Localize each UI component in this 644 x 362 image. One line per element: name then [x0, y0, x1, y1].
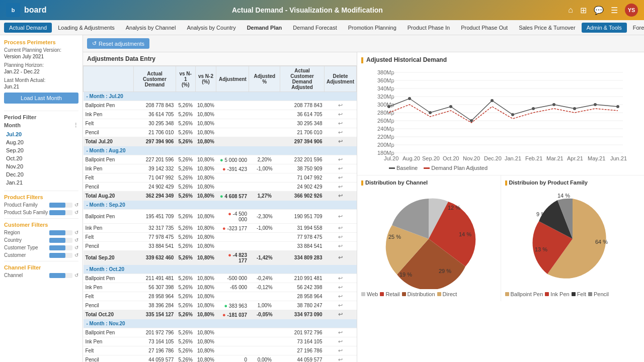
delete-button[interactable]: ↩ — [324, 110, 356, 119]
nav-loading-adjustments[interactable]: Loading & Adjustments — [53, 23, 120, 33]
grid-icon[interactable]: ⊞ — [580, 6, 587, 15]
adjustment-value[interactable]: 0 — [216, 355, 249, 363]
chat-icon[interactable]: 💬 — [594, 6, 604, 15]
adj-demand-value: 24 902 429 — [280, 183, 325, 192]
month-item-nov20[interactable]: Nov.20 — [4, 162, 78, 170]
delete-button[interactable]: ↩ — [324, 355, 356, 363]
total-delete[interactable]: ↩ — [324, 310, 356, 319]
delete-button[interactable]: ↩ — [324, 183, 356, 192]
adjustment-value[interactable]: ● -4 500 000 — [216, 210, 249, 224]
nav-demand-forecast[interactable]: Demand Forecast — [288, 23, 342, 33]
delete-button[interactable]: ↩ — [324, 164, 356, 173]
delete-button[interactable]: ↩ — [324, 233, 356, 242]
adjustment-value[interactable]: -500 000 — [216, 274, 249, 283]
svg-text:29 %: 29 % — [439, 268, 451, 274]
month-item-dec20[interactable]: Dec.20 — [4, 170, 78, 178]
nav-sales-price[interactable]: Sales Price & Turnover — [514, 23, 581, 33]
delete-button[interactable]: ↩ — [324, 283, 356, 292]
month-filter-options-icon[interactable]: ⋮ — [73, 122, 78, 129]
legend-inkpen: Ink Pen — [545, 291, 569, 297]
delete-button[interactable]: ↩ — [324, 346, 356, 355]
delete-button[interactable]: ↩ — [324, 119, 356, 128]
nav-product-phase-in[interactable]: Product Phase In — [403, 23, 455, 33]
demand-value: 73 164 105 — [134, 337, 176, 346]
menu-icon[interactable]: ☰ — [611, 6, 618, 15]
delete-button[interactable]: ↩ — [324, 301, 356, 310]
adjustment-value[interactable] — [216, 110, 249, 119]
reset-icon: ↺ — [92, 40, 97, 47]
nav-demand-plan[interactable]: Demand Plan — [242, 23, 287, 33]
adj-pct-value — [249, 101, 280, 110]
delete-button[interactable]: ↩ — [324, 224, 356, 233]
legend-retail: Retail — [380, 291, 399, 297]
adjustment-value[interactable] — [216, 128, 249, 137]
adjustment-value[interactable] — [216, 346, 249, 355]
delete-button[interactable]: ↩ — [324, 337, 356, 346]
delete-button[interactable]: ↩ — [324, 292, 356, 301]
adj-demand-value: 21 706 010 — [280, 128, 325, 137]
delete-button[interactable]: ↩ — [324, 128, 356, 137]
svg-point-22 — [387, 105, 390, 108]
adjustment-value[interactable]: ● -323 177 — [216, 224, 249, 233]
adjustment-value[interactable]: ● 383 963 — [216, 301, 249, 310]
adj-demand-value: 190 951 709 — [280, 210, 325, 224]
adjustment-value[interactable]: ● 5 000 000 — [216, 155, 249, 164]
adjustment-value[interactable] — [216, 328, 249, 337]
customer-type-reset-icon[interactable]: ↺ — [74, 245, 78, 250]
customer-reset-icon[interactable]: ↺ — [74, 252, 78, 258]
region-reset-icon[interactable]: ↺ — [74, 230, 78, 235]
month-item-aug20[interactable]: Aug.20 — [4, 138, 78, 146]
delete-button[interactable]: ↩ — [324, 101, 356, 110]
delete-button[interactable]: ↩ — [324, 155, 356, 164]
last-month-value: Jun.21 — [4, 84, 78, 89]
adjustment-value[interactable] — [216, 173, 249, 183]
svg-point-29 — [532, 107, 535, 110]
adj-demand-value: 77 978 475 — [280, 233, 325, 242]
svg-point-26 — [470, 119, 473, 122]
delete-button[interactable]: ↩ — [324, 173, 356, 183]
month-item-jan21[interactable]: Jan.21 — [4, 178, 78, 187]
total-delete[interactable]: ↩ — [324, 137, 356, 146]
nav-promotion-planning[interactable]: Promotion Planning — [343, 23, 401, 33]
product-sub-family-reset-icon[interactable]: ↺ — [74, 210, 78, 215]
total-delete[interactable]: ↩ — [324, 251, 356, 265]
adjustment-value[interactable]: ● -391 423 — [216, 164, 249, 173]
adjustment-value[interactable] — [216, 183, 249, 192]
adjustment-value[interactable] — [216, 292, 249, 301]
adjustment-value[interactable] — [216, 101, 249, 110]
vsn2-value: 10,80% — [195, 155, 216, 164]
adjustment-value[interactable] — [216, 233, 249, 242]
product-family-reset-icon[interactable]: ↺ — [74, 202, 78, 208]
total-label: Total Aug.20 — [84, 192, 134, 201]
nav-product-phase-out[interactable]: Product Phase Out — [456, 23, 513, 33]
reset-adjustments-button[interactable]: ↺ Reset adjustments — [87, 38, 149, 49]
nav-admin-tools[interactable]: Admin & Tools — [582, 23, 627, 33]
country-reset-icon[interactable]: ↺ — [74, 237, 78, 243]
month-item-jul20[interactable]: Jul.20 — [4, 130, 78, 138]
adjustment-value[interactable]: -65 000 — [216, 283, 249, 292]
adjustment-value[interactable] — [216, 119, 249, 128]
channel-reset-icon[interactable]: ↺ — [74, 273, 78, 278]
delete-button[interactable]: ↩ — [324, 328, 356, 337]
adjustment-value[interactable] — [216, 337, 249, 346]
total-adj: ● -4 823 177 — [216, 251, 249, 265]
home-icon[interactable]: ⌂ — [568, 6, 573, 15]
delete-button[interactable]: ↩ — [324, 274, 356, 283]
nav-analysis-channel[interactable]: Analysis by Channel — [121, 23, 181, 33]
delete-button[interactable]: ↩ — [324, 210, 356, 224]
nav-actual-demand[interactable]: Actual Demand — [4, 23, 52, 33]
load-last-month-button[interactable]: Load Last Month — [4, 93, 78, 104]
demand-value: 44 059 577 — [134, 355, 176, 363]
delete-button[interactable]: ↩ — [324, 242, 356, 251]
total-delete[interactable]: ↩ — [324, 192, 356, 201]
nav-analysis-country[interactable]: Analysis by Country — [182, 23, 240, 33]
demand-value: 27 196 786 — [134, 346, 176, 355]
month-item-oct20[interactable]: Oct.20 — [4, 154, 78, 162]
adjustment-value[interactable] — [216, 242, 249, 251]
nav-forecast-accuracy[interactable]: Forecast Accuracy — [628, 23, 644, 33]
col-header-vsn2: vs N-2(%) — [195, 66, 216, 92]
demand-value: 211 491 481 — [134, 274, 176, 283]
legend-ballpoint: Ballpoint Pen — [505, 291, 543, 297]
month-item-sep20[interactable]: Sep.20 — [4, 146, 78, 154]
avatar[interactable]: YS — [625, 4, 638, 17]
